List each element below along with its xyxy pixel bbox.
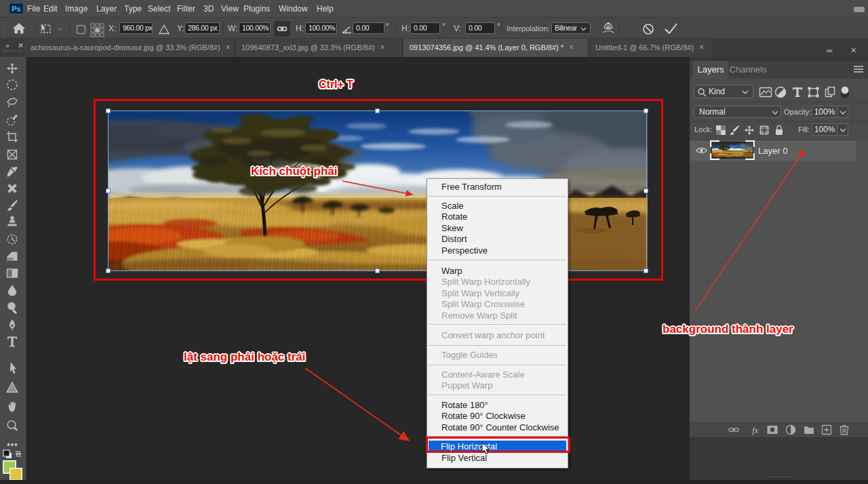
svg-text:fx: fx (752, 425, 759, 435)
